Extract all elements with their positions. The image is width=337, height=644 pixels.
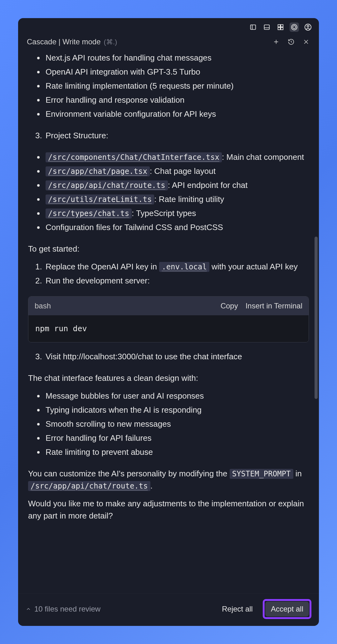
file-path: /src/app/chat/page.tsx xyxy=(46,166,150,176)
code-block-header: bash Copy Insert in Terminal xyxy=(28,297,309,315)
history-icon[interactable] xyxy=(287,38,295,46)
getting-started-heading: To get started: xyxy=(28,243,309,255)
insert-terminal-button[interactable]: Insert in Terminal xyxy=(246,300,302,312)
layout-grid-icon[interactable] xyxy=(276,22,285,32)
list-item: Next.js API routes for handling chat mes… xyxy=(44,52,309,64)
list-item: Typing indicators when the AI is respond… xyxy=(44,404,309,416)
features-intro: The chat interface features a clean desi… xyxy=(28,372,309,384)
route-file: /src/app/api/chat/route.ts xyxy=(28,481,150,491)
file-path: /src/components/Chat/ChatInterface.tsx xyxy=(46,152,222,162)
file-path: /src/utils/rateLimit.ts xyxy=(46,194,154,204)
user-account-icon[interactable] xyxy=(303,22,313,32)
svg-rect-2 xyxy=(264,25,270,30)
cascade-window: Cascade | Write mode (⌘.) Next.js API ro… xyxy=(18,18,319,626)
project-structure-list: /src/components/Chat/ChatInterface.tsx: … xyxy=(28,151,309,234)
svg-point-8 xyxy=(291,24,297,30)
svg-point-11 xyxy=(307,25,309,27)
list-item: Error handling and response validation xyxy=(44,94,309,106)
close-icon[interactable] xyxy=(302,38,310,46)
feature-list-backend: Next.js API routes for handling chat mes… xyxy=(28,52,309,120)
panel-header: Cascade | Write mode (⌘.) xyxy=(18,34,319,49)
file-path: /src/types/chat.ts xyxy=(46,209,132,219)
review-footer: 10 files need review Reject all Accept a… xyxy=(18,593,319,626)
accept-all-button[interactable]: Accept all xyxy=(265,602,309,617)
list-item: /src/utils/rateLimit.ts: Rate limiting u… xyxy=(44,193,309,205)
features-list: Message bubbles for user and AI response… xyxy=(28,390,309,458)
chevron-up-icon xyxy=(26,606,31,612)
list-item: Error handling for API failures xyxy=(44,432,309,444)
svg-rect-5 xyxy=(281,25,283,27)
svg-rect-0 xyxy=(251,25,256,30)
code-lang-label: bash xyxy=(35,300,213,312)
section-heading-list: Project Structure: xyxy=(28,130,309,142)
list-item: Rate limiting to prevent abuse xyxy=(44,446,309,458)
list-item: Configuration files for Tailwind CSS and… xyxy=(44,221,309,234)
list-item: /src/app/chat/page.tsx: Chat page layout xyxy=(44,165,309,177)
files-review-toggle[interactable]: 10 files need review xyxy=(26,605,212,613)
cascade-logo-icon[interactable] xyxy=(290,22,299,32)
accept-highlight: Accept all xyxy=(263,599,311,619)
assistant-response: Next.js API routes for handling chat mes… xyxy=(18,49,319,593)
list-item: /src/app/api/chat/route.ts: API endpoint… xyxy=(44,179,309,191)
getting-started-steps: Replace the OpenAI API key in .env.local… xyxy=(28,261,309,287)
panel-left-icon[interactable] xyxy=(248,22,258,32)
copy-button[interactable]: Copy xyxy=(221,300,238,312)
system-prompt-var: SYSTEM_PROMPT xyxy=(230,469,293,479)
list-item: /src/components/Chat/ChatInterface.tsx: … xyxy=(44,151,309,163)
mode-shortcut: (⌘.) xyxy=(104,38,117,46)
new-chat-icon[interactable] xyxy=(272,38,280,46)
file-path: /src/app/api/chat/route.ts xyxy=(46,180,168,190)
list-item: Message bubbles for user and AI response… xyxy=(44,390,309,402)
panel-bottom-icon[interactable] xyxy=(262,22,271,32)
closing-question: Would you like me to make any adjustment… xyxy=(28,498,309,522)
list-item: Replace the OpenAI API key in .env.local… xyxy=(44,261,309,273)
mode-title: Cascade | Write mode xyxy=(27,37,101,46)
reject-all-button[interactable]: Reject all xyxy=(216,602,258,617)
scrollbar-thumb[interactable] xyxy=(315,237,318,399)
step3-list: Visit http://localhost:3000/chat to use … xyxy=(28,351,309,363)
customize-note: You can customize the AI's personality b… xyxy=(28,468,309,492)
files-review-label: 10 files need review xyxy=(34,605,100,613)
code-block: bash Copy Insert in Terminal npm run dev xyxy=(28,296,309,342)
list-item: /src/types/chat.ts: TypeScript types xyxy=(44,207,309,219)
list-item: Rate limiting implementation (5 requests… xyxy=(44,80,309,92)
window-titlebar xyxy=(18,18,319,34)
svg-line-15 xyxy=(291,42,292,42)
list-item: Visit http://localhost:3000/chat to use … xyxy=(44,351,309,363)
list-item: Environment variable configuration for A… xyxy=(44,108,309,120)
svg-rect-7 xyxy=(281,27,283,30)
section-project-structure: Project Structure: xyxy=(44,130,309,142)
svg-point-9 xyxy=(293,26,296,29)
code-block-body: npm run dev xyxy=(28,315,309,342)
list-item: Smooth scrolling to new messages xyxy=(44,418,309,430)
svg-rect-4 xyxy=(278,25,280,27)
list-item: OpenAI API integration with GPT-3.5 Turb… xyxy=(44,66,309,78)
env-file: .env.local xyxy=(159,262,209,272)
list-item: Run the development server: xyxy=(44,275,309,287)
svg-rect-6 xyxy=(278,27,280,30)
